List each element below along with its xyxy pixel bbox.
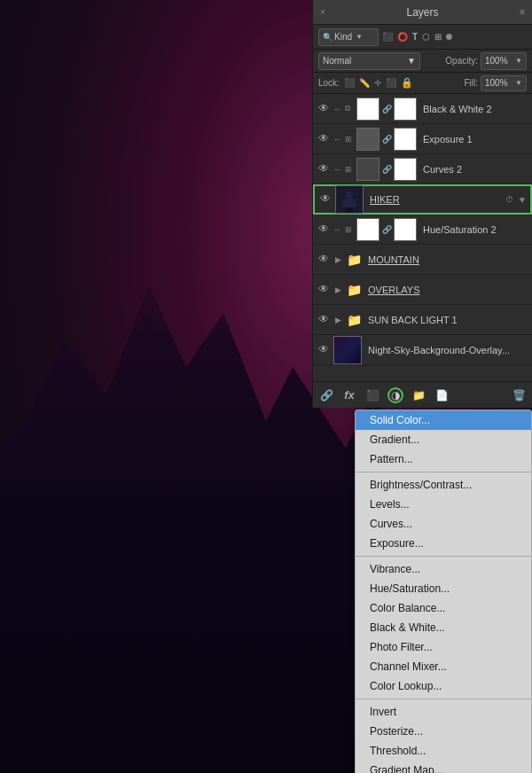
filter-adjust-icon[interactable]: ⭕ — [397, 32, 408, 42]
lock-all-icon[interactable]: 🔒 — [401, 77, 413, 89]
menu-item-invert[interactable]: Invert — [356, 702, 531, 722]
menu-item-color-balance[interactable]: Color Balance... — [356, 598, 531, 618]
group-layer-name: OVERLAYS — [368, 285, 528, 295]
menu-item-exposure[interactable]: Exposure... — [356, 534, 531, 553]
opacity-group: Opacity: 100% ▼ — [445, 52, 527, 70]
visibility-icon[interactable]: 👁 — [317, 283, 331, 297]
panel-toolbar: 🔗 fx ⬛ ◑ 📁 📄 🗑️ — [313, 381, 532, 408]
lock-transparent-icon[interactable]: ⬛ — [344, 78, 355, 88]
layer-thumbnail — [335, 185, 364, 214]
mask-link-icon: 🔗 — [382, 135, 391, 144]
group-expand-arrow[interactable]: ▶ — [335, 285, 341, 294]
blend-mode-dropdown[interactable]: Normal ▼ — [318, 52, 420, 70]
menu-item-photo-filter[interactable]: Photo Filter... — [356, 637, 531, 657]
fill-label: Fill: — [464, 78, 478, 88]
panel-menu-icon[interactable]: ≡ — [520, 7, 525, 17]
group-expand-arrow[interactable]: ▶ — [335, 316, 341, 324]
menu-divider — [356, 699, 531, 699]
hiker-layer-name: HIKER — [370, 194, 503, 205]
layers-list[interactable]: 👁 ↔ ⧉ 🔗 Black & White 2 👁 ↔ ⊞ 🔗 Exposure… — [313, 94, 532, 386]
layer-name: Hue/Saturation 2 — [423, 224, 528, 235]
chain-icon: ↔ — [333, 135, 342, 144]
layer-item[interactable]: 👁 ↔ ⊞ 🔗 Curves 2 — [313, 154, 532, 184]
group-folder-icon: 📁 — [347, 253, 362, 267]
lock-image-icon[interactable]: ✏️ — [359, 78, 370, 88]
delete-layer-button[interactable]: 🗑️ — [511, 387, 527, 403]
group-expand-arrow[interactable]: ▶ — [335, 255, 341, 264]
group-layer-name: MOUNTAIN — [368, 254, 528, 265]
menu-item-pattern[interactable]: Pattern... — [356, 449, 531, 469]
menu-item-threshold[interactable]: Threshold... — [356, 741, 531, 761]
new-layer-button[interactable]: 📄 — [434, 387, 450, 403]
new-fill-adjustment-button[interactable]: ◑ — [387, 387, 403, 403]
group-layer-item[interactable]: 👁 ▶ 📁 OVERLAYS — [313, 275, 532, 305]
layer-item[interactable]: 👁 ↔ ⊞ 🔗 Exposure 1 — [313, 124, 532, 154]
visibility-icon[interactable]: 👁 — [317, 102, 331, 116]
chain-icon: ↔ — [333, 165, 342, 174]
menu-item-vibrance[interactable]: Vibrance... — [356, 559, 531, 579]
lock-label: Lock: — [318, 78, 340, 88]
mask-link-icon: 🔗 — [382, 165, 391, 174]
group-folder-icon: 📁 — [347, 313, 362, 327]
filter-pixel-icon[interactable]: ⬛ — [382, 32, 393, 42]
layer-item[interactable]: 👁 Night-Sky-Background-Overlay... — [313, 335, 532, 365]
layer-name: Exposure 1 — [423, 134, 528, 144]
lock-row: Lock: ⬛ ✏️ ✛ ⬛ 🔒 Fill: 100% ▼ — [313, 73, 532, 94]
filter-dot — [446, 34, 452, 40]
visibility-icon[interactable]: 👁 — [317, 343, 331, 357]
visibility-icon[interactable]: 👁 — [317, 162, 331, 176]
visibility-icon[interactable]: 👁 — [317, 223, 331, 237]
menu-item-curves[interactable]: Curves... — [356, 514, 531, 534]
menu-item-solid-color[interactable]: Solid Color... — [356, 410, 531, 430]
menu-item-posterize[interactable]: Posterize... — [356, 722, 531, 741]
hiker-layer-item[interactable]: 👁 HIKER ⏱ ▼ — [313, 184, 532, 215]
visibility-icon[interactable]: 👁 — [317, 132, 331, 146]
menu-item-hue-saturation[interactable]: Hue/Saturation... — [356, 579, 531, 598]
panel-header: × Layers ≡ — [313, 0, 532, 25]
adjustment-layer-dropdown: Solid Color... Gradient... Pattern... Br… — [355, 410, 532, 773]
menu-item-gradient[interactable]: Gradient... — [356, 430, 531, 449]
fill-arrow: ▼ — [515, 79, 522, 87]
blend-mode-value: Normal — [323, 56, 351, 66]
visibility-icon[interactable]: 👁 — [318, 192, 332, 207]
hiker-dropdown-arrow[interactable]: ▼ — [518, 195, 527, 205]
mask-button[interactable]: ⬛ — [364, 387, 380, 403]
visibility-icon[interactable]: 👁 — [317, 313, 331, 327]
opacity-control[interactable]: 100% ▼ — [481, 52, 527, 70]
opacity-value: 100% — [485, 56, 515, 66]
group-layer-item[interactable]: 👁 ▶ 📁 MOUNTAIN — [313, 245, 532, 275]
link-layers-button[interactable]: 🔗 — [318, 387, 334, 403]
close-button[interactable]: × — [320, 7, 325, 17]
filter-shape-icon[interactable]: ⬡ — [422, 32, 430, 42]
filter-type-icon[interactable]: T — [412, 32, 418, 42]
filter-row: 🔍 Kind ▼ ⬛ ⭕ T ⬡ ⊞ — [313, 25, 532, 50]
menu-item-gradient-map[interactable]: Gradient Map... — [356, 761, 531, 773]
group-layer-item[interactable]: 👁 ▶ 📁 SUN BACK LIGHT 1 — [313, 305, 532, 335]
fx-button[interactable]: fx — [341, 387, 357, 403]
menu-item-brightness-contrast[interactable]: Brightness/Contrast... — [356, 475, 531, 495]
layer-thumbnail — [356, 218, 379, 241]
chain-icon: ↔ — [333, 225, 342, 234]
group-folder-icon: 📁 — [347, 283, 362, 297]
layer-name: Curves 2 — [423, 164, 528, 175]
layer-item[interactable]: 👁 ↔ ⊞ 🔗 Hue/Saturation 2 — [313, 215, 532, 245]
mask-link-icon: 🔗 — [382, 225, 391, 234]
menu-item-black-white[interactable]: Black & White... — [356, 618, 531, 637]
new-group-button[interactable]: 📁 — [411, 387, 426, 403]
layer-thumbnail — [356, 128, 379, 151]
layers-panel: × Layers ≡ 🔍 Kind ▼ ⬛ ⭕ T ⬡ ⊞ Normal ▼ O… — [312, 0, 532, 408]
visibility-icon[interactable]: 👁 — [317, 253, 331, 267]
filter-smart-icon[interactable]: ⊞ — [434, 32, 442, 42]
layer-mask-thumb — [394, 158, 417, 181]
svg-point-1 — [346, 191, 353, 199]
menu-item-color-lookup[interactable]: Color Lookup... — [356, 676, 531, 696]
kind-label: Kind — [334, 32, 352, 42]
layer-item[interactable]: 👁 ↔ ⧉ 🔗 Black & White 2 — [313, 94, 532, 124]
fill-control[interactable]: 100% ▼ — [481, 75, 527, 91]
lock-artboard-icon[interactable]: ⬛ — [386, 78, 396, 88]
menu-item-channel-mixer[interactable]: Channel Mixer... — [356, 657, 531, 676]
kind-dropdown[interactable]: 🔍 Kind ▼ — [318, 28, 379, 46]
menu-item-levels[interactable]: Levels... — [356, 495, 531, 514]
group-layer-name: SUN BACK LIGHT 1 — [368, 315, 528, 325]
lock-position-icon[interactable]: ✛ — [374, 78, 381, 88]
